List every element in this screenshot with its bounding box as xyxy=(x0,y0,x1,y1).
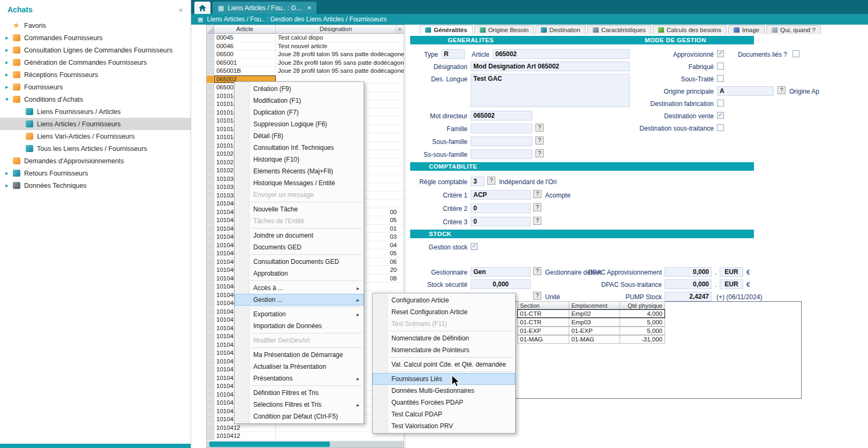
menu-item-d-tail-f8[interactable]: Détail (F8) xyxy=(235,130,364,142)
unite-lookup-button[interactable]: ? xyxy=(533,292,541,300)
documents-lies-checkbox[interactable] xyxy=(792,50,799,57)
critere1-field[interactable]: ACP xyxy=(471,190,531,200)
destination-vente-checkbox[interactable]: ✓ xyxy=(717,112,724,119)
row-gutter[interactable] xyxy=(207,166,214,174)
column-header-article[interactable]: Article xyxy=(214,25,276,33)
row-gutter[interactable] xyxy=(207,216,214,224)
famille-lookup-button[interactable]: ? xyxy=(535,124,544,132)
designation-field[interactable]: Mod Designation Art 065002 xyxy=(471,62,630,71)
chevron-down-icon[interactable]: ▾ xyxy=(5,96,13,103)
table-row[interactable]: 00046Test nouvel article xyxy=(207,42,404,51)
critere3-field[interactable]: 0 xyxy=(471,217,531,226)
row-gutter[interactable] xyxy=(207,92,214,100)
destination-sous-traitance-checkbox[interactable] xyxy=(717,124,724,131)
chevron-right-icon[interactable]: ▸ xyxy=(5,83,13,90)
menu-item-reset-configuration-article[interactable]: Reset Configuration Article xyxy=(373,306,515,318)
menu-item-test-valorisation-prv[interactable]: Test Valorisation PRV xyxy=(373,420,515,432)
row-gutter[interactable] xyxy=(207,275,214,283)
sidebar-item-liens-fournisseurs-articles[interactable]: Liens Fournisseurs / Articles xyxy=(0,105,191,118)
critere3-lookup-button[interactable]: ? xyxy=(533,217,541,225)
menu-item-exportation[interactable]: Exportation▸ xyxy=(235,308,364,320)
menu-item-acc-s[interactable]: Accès à ...▸ xyxy=(235,282,364,294)
approvisionne-checkbox[interactable]: ✓ xyxy=(717,50,724,57)
row-gutter[interactable] xyxy=(207,59,214,67)
dpac-appro-currency-field[interactable]: EUR xyxy=(720,267,743,277)
row-gutter[interactable] xyxy=(207,308,214,316)
sidebar-item-g-n-ration-de-commandes-fournisseurs[interactable]: ▸Génération de Commandes Fournisseurs xyxy=(0,56,191,69)
sidebar-item-liens-articles-fournisseurs[interactable]: Liens Articles / Fournisseurs xyxy=(0,118,191,130)
gestionnaire-lookup-button[interactable]: ? xyxy=(533,267,541,275)
stock-securite-field[interactable]: 0,000 xyxy=(471,279,531,289)
row-gutter[interactable] xyxy=(207,150,214,158)
mot-directeur-field[interactable]: 065002 xyxy=(471,111,532,120)
menu-item-d-finition-filtres-et-tris[interactable]: Définition Filtres et Tris xyxy=(235,387,364,399)
menu-item-donn-es-multi-gestionnaires[interactable]: Données Multi-Gestionnaires xyxy=(373,385,515,397)
menu-item-gestion[interactable]: Gestion ...▸ xyxy=(235,294,364,306)
row-gutter[interactable] xyxy=(207,117,214,125)
row-gutter[interactable] xyxy=(207,432,214,440)
destination-fabrication-checkbox[interactable] xyxy=(717,100,724,107)
row-gutter[interactable] xyxy=(207,391,214,399)
row-gutter[interactable] xyxy=(207,125,214,133)
row-gutter[interactable] xyxy=(207,34,214,42)
row-gutter[interactable] xyxy=(207,366,214,374)
sidebar-close-icon[interactable]: × xyxy=(178,5,183,14)
dpac-st-field[interactable]: 0,000 xyxy=(665,279,712,289)
row-gutter[interactable] xyxy=(207,374,214,382)
row-gutter[interactable] xyxy=(207,415,214,423)
dpac-appro-field[interactable]: 0,000 xyxy=(665,267,712,277)
sidebar-item-fournisseurs[interactable]: ▸Fournisseurs xyxy=(0,81,191,93)
row-gutter[interactable] xyxy=(207,158,214,166)
menu-item-val-calcul-point-cde-et-qt-demand-e[interactable]: Val. Calcul point Cde. et Qté. demandée xyxy=(373,359,515,370)
menu-item-suppression-logique-f6[interactable]: Suppression Logique (F6) xyxy=(235,118,364,130)
row-gutter[interactable] xyxy=(207,316,214,324)
menu-item-joindre-un-document[interactable]: Joindre un document xyxy=(235,230,364,241)
scrollbar-thumb[interactable] xyxy=(209,442,330,447)
menu-item-configuration-article[interactable]: Configuration Article xyxy=(373,294,515,306)
menu-item-historique-messages-entit[interactable]: Historique Messages / Entité xyxy=(235,177,364,189)
table-row[interactable]: 065001BJoue 28 profil talon 95 sans patt… xyxy=(207,67,404,75)
row-gutter[interactable] xyxy=(207,358,214,366)
row-gutter[interactable] xyxy=(207,399,214,407)
famille-field[interactable] xyxy=(471,124,532,133)
menu-item-s-lections-filtres-et-tris[interactable]: Sélections Filtres et Tris▸ xyxy=(235,399,364,411)
stock-row[interactable]: 01-CTREmp024,000 xyxy=(517,309,665,318)
sidebar-item-tous-les-liens-articles-fournisseurs[interactable]: Tous les Liens Articles / Fournisseurs xyxy=(0,142,191,155)
stock-row[interactable]: 01-EXP01-EXP5,000 xyxy=(517,326,665,335)
menu-item-cr-ation-f9[interactable]: Création (F9) xyxy=(235,83,364,95)
critere2-field[interactable]: 0 xyxy=(471,203,531,213)
row-gutter[interactable] xyxy=(207,225,214,233)
row-gutter[interactable] xyxy=(207,299,214,307)
grid-horizontal-scrollbar[interactable] xyxy=(207,441,404,447)
menu-item-importation-de-donn-es[interactable]: Importation de Données xyxy=(235,320,364,332)
home-tab[interactable] xyxy=(194,2,210,14)
chevron-right-icon[interactable]: ▸ xyxy=(5,34,13,41)
row-gutter[interactable] xyxy=(207,142,214,150)
table-row[interactable]: 00045Test calcul dispo xyxy=(207,34,404,42)
row-gutter[interactable] xyxy=(207,175,214,183)
type-field[interactable]: R xyxy=(441,49,465,59)
menu-item-quantit-s-forc-es-pdap[interactable]: Quantités Forcées PDAP xyxy=(373,397,515,408)
sidebar-item-conditions-d-achats[interactable]: ▾Conditions d'Achats xyxy=(0,93,191,105)
row-gutter[interactable] xyxy=(207,249,214,257)
row-gutter[interactable] xyxy=(207,291,214,299)
row-gutter[interactable] xyxy=(207,192,214,200)
origine-principale-field[interactable]: A xyxy=(717,86,774,96)
menu-item-documents-ged[interactable]: Documents GED xyxy=(235,241,364,253)
sidebar-item-commandes-fournisseurs[interactable]: ▸Commandes Fournisseurs xyxy=(0,32,191,44)
sous-traite-checkbox[interactable] xyxy=(717,75,724,82)
sous-famille-field[interactable] xyxy=(471,136,532,146)
menu-item-consultation-inf-techniques[interactable]: Consultation Inf. Techniques xyxy=(235,142,364,154)
menu-item-nomenclature-de-d-finition[interactable]: Nomenclature de Définition xyxy=(373,332,515,344)
sidebar-item-r-ceptions-fournisseurs[interactable]: ▸Réceptions Fournisseurs xyxy=(0,69,191,81)
chevron-right-icon[interactable]: ▸ xyxy=(5,47,13,54)
ss-sous-famille-lookup-button[interactable]: ? xyxy=(535,149,544,157)
table-row[interactable]: 065001Joue 28x profil talon 95 sans patt… xyxy=(207,59,404,67)
row-gutter[interactable] xyxy=(207,341,214,349)
tab-destination[interactable]: Destination xyxy=(535,25,586,34)
row-gutter[interactable] xyxy=(207,332,214,340)
menu-item-ma-pr-sentation-de-d-marrage[interactable]: Ma Présentation de Démarrage xyxy=(235,349,364,361)
row-gutter[interactable] xyxy=(207,67,214,75)
row-gutter[interactable] xyxy=(207,42,214,50)
dpac-st-currency-field[interactable]: EUR xyxy=(720,279,743,289)
